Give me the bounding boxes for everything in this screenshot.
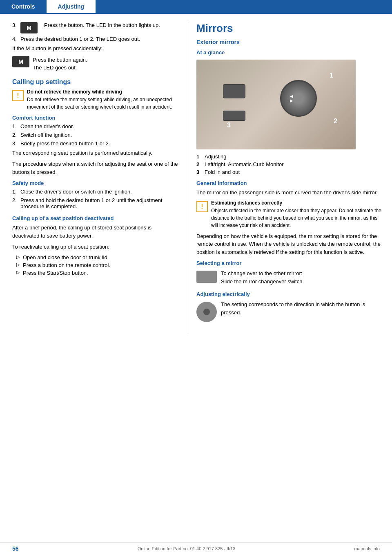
m-press-again-content: Press the button again. The LED goes out…: [33, 56, 180, 72]
adjusting-content: The setting corresponds to the direction…: [221, 300, 384, 316]
selecting-mirror-title: Selecting a mirror: [196, 260, 384, 266]
mirror-image-inner: 1 2 3: [196, 60, 356, 149]
selecting-text-2: Slide the mirror changeover switch.: [221, 278, 384, 286]
mirror-label-3: 3: [227, 122, 231, 129]
deactivated-text-2: To reactivate calling up of a seat posit…: [12, 243, 180, 251]
selecting-mirror-content: To change over to the other mirror: Slid…: [221, 269, 384, 285]
label-num-3: 3: [196, 169, 205, 175]
mirror-joystick: [280, 80, 317, 117]
deactivated-text-1: After a brief period, the calling up of …: [12, 224, 180, 240]
label-num-2: 2: [196, 161, 205, 167]
arrow-text-1: Open and close the door or trunk lid.: [23, 254, 180, 260]
m-button-icon-2: M: [12, 56, 29, 67]
arrow-item-1: ▷ Open and close the door or trunk lid.: [12, 254, 180, 260]
comfort-stops-text: The procedure stops when a switch for ad…: [12, 160, 180, 176]
right-column: Mirrors Exterior mirrors At a glance 1 2…: [188, 22, 392, 334]
arrow-icon-1: ▷: [16, 254, 23, 260]
mirror-label-2: 2: [334, 118, 337, 125]
label-text-1: Adjusting: [205, 153, 384, 160]
mirror-selector-icon: [196, 271, 217, 283]
comfort-text-1: Open the driver's door.: [20, 123, 180, 129]
comfort-step-2: 2. Switch off the ignition.: [12, 132, 180, 138]
label-row-1: 1 Adjusting: [196, 153, 384, 160]
selecting-text: To change over to the other mirror:: [221, 269, 384, 278]
led-goes-out-text: The LED goes out.: [33, 64, 180, 72]
label-text-2: Left/right, Automatic Curb Monitor: [205, 161, 384, 167]
comfort-text-3: Briefly press the desired button 1 or 2.: [20, 140, 180, 147]
tab-controls[interactable]: Controls: [0, 0, 47, 13]
warning-text-2: Objects reflected in the mirror are clos…: [211, 207, 384, 229]
warning-icon-2: !: [196, 201, 208, 212]
page-title: Mirrors: [196, 22, 384, 35]
safety-step-2: 2. Press and hold the desired button 1 o…: [12, 197, 180, 209]
labels-list: 1 Adjusting 2 Left/right, Automatic Curb…: [196, 153, 384, 175]
safety-step-1: 1. Close the driver's door or switch on …: [12, 189, 180, 195]
arrow-item-2: ▷ Press a button on the remote control.: [12, 262, 180, 268]
label-row-3: 3 Fold in and out: [196, 169, 384, 175]
step-4-num: 4.: [12, 36, 20, 42]
safety-text-1: Close the driver's door or switch on the…: [20, 189, 180, 195]
arrow-icon-3: ▷: [16, 270, 23, 275]
safety-mode-title: Safety mode: [12, 180, 180, 186]
mirror-adjust-icon: [196, 302, 217, 322]
step-3-num: 3.: [12, 22, 20, 28]
step-4-text: Press the desired button 1 or 2. The LED…: [20, 36, 180, 42]
adjusting-electrically-title: Adjusting electrically: [196, 291, 384, 297]
header-tabs: Controls Adjusting: [0, 0, 392, 13]
safety-num-1: 1.: [12, 189, 20, 195]
footer: 56 Online Edition for Part no. 01 40 2 9…: [0, 543, 392, 552]
comfort-step-3: 3. Briefly press the desired button 1 or…: [12, 140, 180, 147]
label-num-1: 1: [196, 153, 205, 160]
selecting-mirror-step: To change over to the other mirror: Slid…: [196, 269, 384, 285]
adjusting-electrically-step: The setting corresponds to the direction…: [196, 300, 384, 322]
comfort-performed-text: The corresponding seat position is perfo…: [12, 149, 180, 157]
warning-text-1: Do not retrieve the memory setting while…: [27, 96, 180, 111]
arrow-text-3: Press the Start/Stop button.: [23, 270, 180, 276]
gen-info-text: The mirror on the passenger side is more…: [196, 189, 384, 197]
m-press-again: M Press the button again. The LED goes o…: [12, 56, 180, 72]
warning-title-2: Estimating distances correctly: [211, 200, 384, 206]
calling-up-settings-title: Calling up settings: [12, 78, 180, 86]
warning-title-1: Do not retrieve the memory while driving: [27, 89, 180, 95]
arrow-icon-2: ▷: [16, 262, 23, 267]
label-text-3: Fold in and out: [205, 169, 384, 175]
mirror-select-button: [223, 111, 245, 121]
mirror-fold-button: [223, 84, 245, 98]
footer-page-number: 56: [12, 545, 19, 552]
mirror-label-1: 1: [330, 72, 333, 79]
calling-up-deactivated-title: Calling up of a seat position deactivate…: [12, 215, 180, 221]
arrow-item-3: ▷ Press the Start/Stop button.: [12, 270, 180, 276]
step-3: 3. M Press the button. The LED in the bu…: [12, 22, 180, 33]
comfort-step-1: 1. Open the driver's door.: [12, 123, 180, 129]
comfort-function-title: Comfort function: [12, 115, 180, 121]
warning-box-2: ! Estimating distances correctly Objects…: [196, 200, 384, 229]
warning-content-1: Do not retrieve the memory while driving…: [27, 89, 180, 111]
main-content: 3. M Press the button. The LED in the bu…: [0, 14, 392, 334]
comfort-text-2: Switch off the ignition.: [20, 132, 180, 138]
mirror-control-panel: 1 2 3: [211, 68, 341, 141]
warning-content-2: Estimating distances correctly Objects r…: [211, 200, 384, 229]
mirror-image: 1 2 3: [196, 60, 356, 149]
comfort-num-2: 2.: [12, 132, 20, 138]
m-button-icon: M: [20, 22, 38, 33]
tab-adjusting[interactable]: Adjusting: [47, 0, 96, 13]
comfort-num-3: 3.: [12, 140, 20, 147]
press-again-text: Press the button again.: [33, 56, 180, 64]
at-a-glance-title: At a glance: [196, 49, 384, 56]
warning-icon-1: !: [12, 90, 24, 101]
safety-num-2: 2.: [12, 197, 20, 203]
footer-edition-info: Online Edition for Part no. 01 40 2 917 …: [138, 546, 236, 551]
safety-text-2: Press and hold the desired button 1 or 2…: [20, 197, 180, 209]
adjusting-text: The setting corresponds to the direction…: [221, 300, 384, 316]
general-information-title: General information: [196, 180, 384, 186]
footer-logo: manuals.info: [354, 546, 380, 551]
left-column: 3. M Press the button. The LED in the bu…: [0, 22, 188, 334]
label-row-2: 2 Left/right, Automatic Curb Monitor: [196, 161, 384, 167]
if-m-text: If the M button is pressed accidentally:: [12, 44, 180, 53]
exterior-mirrors-title: Exterior mirrors: [196, 39, 384, 45]
comfort-num-1: 1.: [12, 123, 20, 129]
step-3-text: Press the button. The LED in the button …: [44, 22, 160, 28]
warning-box-1: ! Do not retrieve the memory while drivi…: [12, 89, 180, 111]
step-4: 4. Press the desired button 1 or 2. The …: [12, 36, 180, 42]
arrow-text-2: Press a button on the remote control.: [23, 262, 180, 268]
